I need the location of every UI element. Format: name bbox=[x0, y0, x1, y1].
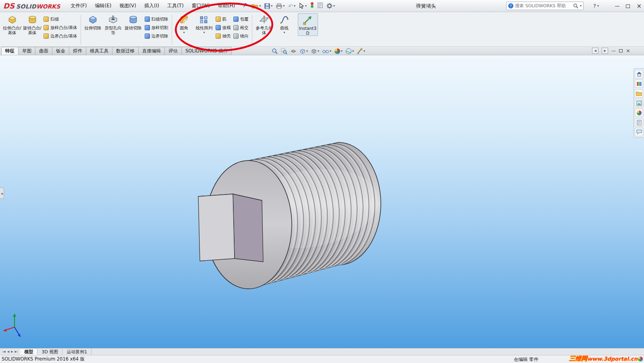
menu-file[interactable]: 文件(F) bbox=[71, 2, 87, 9]
minimize-button[interactable]: — bbox=[615, 4, 619, 8]
open-dropdown-icon[interactable]: ▾ bbox=[259, 4, 261, 8]
options-button[interactable]: ▾ bbox=[326, 3, 335, 9]
tab-mold-tools[interactable]: 模具工具 bbox=[86, 47, 112, 55]
menu-insert[interactable]: 插入(I) bbox=[144, 2, 159, 9]
tab-sketch[interactable]: 草图 bbox=[18, 47, 35, 55]
apply-scene-dropdown-icon[interactable]: ▾ bbox=[352, 50, 354, 53]
lofted-cut-button[interactable]: 放样切割 bbox=[145, 24, 168, 31]
fillet-button[interactable]: 圆角 ▾ bbox=[174, 13, 194, 34]
select-dropdown-icon[interactable]: ▾ bbox=[305, 4, 307, 8]
display-style-dropdown-icon[interactable]: ▾ bbox=[318, 50, 319, 53]
apply-scene-button[interactable]: ▾ bbox=[345, 48, 355, 54]
feature-tree-collapse-tab[interactable]: ◀ bbox=[0, 188, 4, 199]
curves-button[interactable]: 曲线 ▾ bbox=[274, 13, 295, 34]
boundary-boss-button[interactable]: 边界凸台/基体 bbox=[44, 33, 77, 40]
revolved-cut-button[interactable]: 旋转切除 bbox=[123, 13, 143, 30]
zoom-to-area-button[interactable] bbox=[280, 48, 288, 54]
search-icon[interactable] bbox=[573, 3, 578, 8]
menu-window[interactable]: 窗口(W) bbox=[192, 2, 210, 9]
tab-data-migration[interactable]: 数据迁移 bbox=[112, 47, 139, 55]
swept-boss-button[interactable]: 扫描 bbox=[44, 16, 77, 23]
options-dropdown-icon[interactable]: ▾ bbox=[333, 4, 335, 8]
rib-button[interactable]: 筋 bbox=[216, 16, 231, 23]
menu-tools[interactable]: 工具(T) bbox=[167, 2, 184, 9]
view-settings-button[interactable]: ▾ bbox=[356, 48, 366, 54]
reference-geometry-dropdown-icon[interactable]: ▾ bbox=[264, 35, 265, 39]
hide-show-dropdown-icon[interactable]: ▾ bbox=[330, 50, 331, 53]
next-tab-button[interactable]: ▶ bbox=[11, 350, 13, 353]
save-dropdown-icon[interactable]: ▾ bbox=[271, 4, 272, 8]
doc-minimize-button[interactable]: — bbox=[611, 48, 616, 53]
maximize-button[interactable] bbox=[626, 4, 630, 8]
doc-restore-button[interactable] bbox=[619, 49, 623, 52]
hide-show-items-button[interactable]: ▾ bbox=[321, 48, 332, 54]
wrap-button[interactable]: 包覆 bbox=[233, 16, 249, 23]
display-style-button[interactable]: ▾ bbox=[310, 48, 320, 54]
doc-close-button[interactable]: × bbox=[626, 48, 630, 54]
view-orientation-button[interactable]: ▾ bbox=[299, 48, 309, 54]
search-input[interactable] bbox=[515, 3, 571, 8]
boundary-cut-button[interactable]: 边界切除 bbox=[145, 33, 168, 40]
section-view-button[interactable] bbox=[289, 48, 297, 54]
last-tab-button[interactable]: ▶| bbox=[15, 350, 18, 353]
file-explorer-icon[interactable] bbox=[635, 89, 643, 98]
close-button[interactable]: × bbox=[636, 3, 642, 9]
tab-sheet-metal[interactable]: 钣金 bbox=[52, 47, 69, 55]
tab-3d-views[interactable]: 3D 视图 bbox=[37, 348, 62, 355]
menu-view[interactable]: 视图(V) bbox=[119, 2, 136, 9]
swept-cut-button[interactable]: 扫描切除 bbox=[145, 16, 168, 23]
view-settings-dropdown-icon[interactable]: ▾ bbox=[364, 50, 365, 53]
first-tab-button[interactable]: |◀ bbox=[2, 350, 6, 353]
zoom-to-fit-button[interactable] bbox=[271, 48, 279, 54]
draft-button[interactable]: 拔模 bbox=[216, 24, 231, 31]
custom-properties-icon[interactable] bbox=[635, 118, 643, 127]
edit-appearance-dropdown-icon[interactable]: ▾ bbox=[341, 50, 343, 53]
lofted-boss-button[interactable]: 放样凸台/基体 bbox=[44, 24, 77, 31]
tab-model[interactable]: 模型 bbox=[20, 348, 37, 355]
forum-icon[interactable] bbox=[635, 128, 643, 136]
fillet-dropdown-icon[interactable]: ▾ bbox=[183, 31, 185, 34]
select-tool-button[interactable]: ▾ bbox=[299, 3, 307, 9]
print-button[interactable]: ▾ bbox=[276, 3, 285, 9]
curves-dropdown-icon[interactable]: ▾ bbox=[284, 31, 285, 34]
reference-geometry-button[interactable]: 参考几何体 ▾ bbox=[254, 13, 274, 39]
previous-tab-button[interactable]: ◀ bbox=[7, 350, 9, 353]
graphics-area[interactable]: ◀ bbox=[0, 55, 644, 348]
menu-edit[interactable]: 编辑(E) bbox=[95, 2, 111, 9]
previous-document-button[interactable]: ◀ bbox=[592, 48, 598, 54]
shell-button[interactable]: 抽壳 bbox=[216, 33, 231, 40]
linear-pattern-button[interactable]: 线性阵列 ▾ bbox=[194, 13, 214, 34]
help-menu-button[interactable]: ? ▾ bbox=[593, 0, 599, 12]
view-orientation-dropdown-icon[interactable]: ▾ bbox=[306, 50, 308, 53]
tab-direct-editing[interactable]: 直接编辑 bbox=[138, 47, 165, 55]
appearances-icon[interactable] bbox=[635, 108, 643, 117]
tab-motion-study-1[interactable]: 运动算例1 bbox=[62, 348, 91, 355]
save-button[interactable]: ▾ bbox=[264, 3, 272, 9]
linear-pattern-dropdown-icon[interactable]: ▾ bbox=[204, 31, 205, 34]
tab-solidworks-addins[interactable]: SOLIDWORKS 插件 bbox=[181, 47, 232, 55]
print-dropdown-icon[interactable]: ▾ bbox=[283, 4, 285, 8]
hole-wizard-button[interactable]: 异型孔向导 bbox=[103, 13, 123, 35]
next-document-button[interactable]: ▶ bbox=[602, 48, 608, 54]
mirror-button[interactable]: 镜向 bbox=[233, 33, 249, 40]
square-boss[interactable] bbox=[198, 194, 263, 262]
design-library-icon[interactable] bbox=[635, 79, 643, 88]
search-box[interactable]: ? ▾ bbox=[506, 2, 584, 10]
undo-dropdown-icon[interactable]: ▾ bbox=[294, 4, 295, 8]
revolved-boss-button[interactable]: 旋转凸台/基体 bbox=[22, 13, 42, 35]
extruded-cut-button[interactable]: 拉伸切除 bbox=[83, 13, 103, 30]
file-properties-button[interactable] bbox=[318, 2, 323, 10]
undo-button[interactable]: ↶ ▾ bbox=[288, 3, 295, 9]
tab-weldments[interactable]: 焊件 bbox=[69, 47, 86, 55]
home-icon[interactable] bbox=[635, 70, 643, 78]
menu-help[interactable]: 帮助(H) bbox=[218, 2, 235, 9]
open-button[interactable]: ▾ bbox=[251, 3, 261, 9]
pin-menu-icon[interactable] bbox=[242, 2, 248, 10]
edit-appearance-button[interactable]: ▾ bbox=[333, 48, 343, 54]
extruded-boss-button[interactable]: 拉伸凸台/基体 bbox=[2, 13, 22, 35]
tab-surfaces[interactable]: 曲面 bbox=[35, 47, 52, 55]
intersect-button[interactable]: 相交 bbox=[233, 24, 249, 31]
view-palette-icon[interactable] bbox=[635, 99, 643, 107]
rebuild-button[interactable] bbox=[310, 2, 314, 10]
search-dropdown-icon[interactable]: ▾ bbox=[580, 4, 582, 8]
